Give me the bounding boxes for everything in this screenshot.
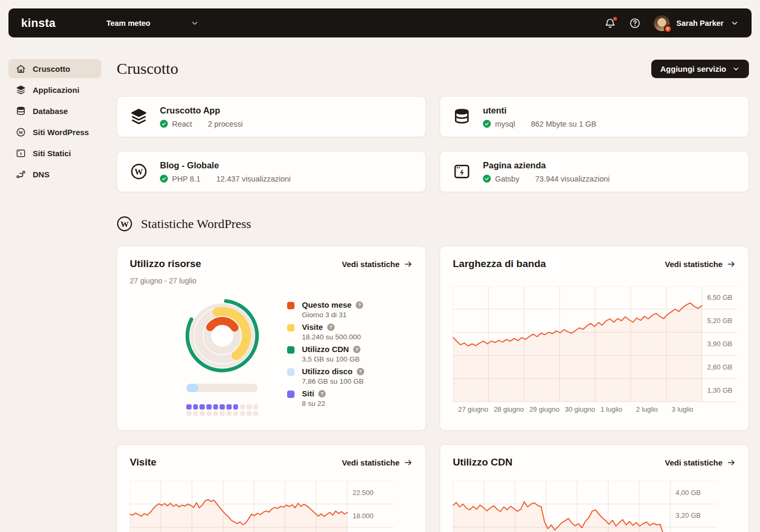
site-dot-filled <box>213 404 218 410</box>
svg-text:30 giugno: 30 giugno <box>565 405 595 413</box>
help-icon[interactable]: ? <box>356 301 363 309</box>
site-dot-filled <box>193 404 198 410</box>
svg-text:1 luglio: 1 luglio <box>601 405 622 413</box>
site-dot-empty <box>253 411 259 416</box>
sidebar-item-database[interactable]: Database <box>8 101 101 120</box>
bandwidth-chart: 6,50 GB5,20 GB3,90 GB2,60 GB1,30 GB27 gi… <box>453 286 739 416</box>
service-status: Gatsby <box>495 175 519 183</box>
view-stats-label: Vedi statistiche <box>342 260 400 269</box>
section-title: Statistiche WordPress <box>141 217 251 231</box>
view-stats-link[interactable]: Vedi statistiche <box>665 260 736 269</box>
dns-icon <box>16 169 26 179</box>
site-dot-empty <box>246 411 252 416</box>
service-detail: 12.437 visualizzazioni <box>216 175 291 183</box>
service-title: Pagina azienda <box>483 160 610 170</box>
database-icon <box>16 106 26 116</box>
svg-text:W: W <box>18 129 23 135</box>
sidebar-item-cruscotto[interactable]: Cruscotto <box>8 59 101 78</box>
legend-value: Giorno 3 di 31 <box>302 311 363 319</box>
svg-text:1,30 GB: 1,30 GB <box>707 386 733 394</box>
view-stats-link[interactable]: Vedi statistiche <box>342 458 413 467</box>
lightning-icon <box>666 27 670 31</box>
site-dot-empty <box>193 411 198 416</box>
service-card-blog-globale[interactable]: W Blog - Globale PHP 8.1 12.437 visualiz… <box>117 151 426 192</box>
help-icon[interactable]: ? <box>357 368 364 375</box>
home-icon <box>16 64 26 74</box>
sidebar-item-applicazioni[interactable]: Applicazioni <box>8 80 101 99</box>
team-selector-label: Team meteo <box>106 19 150 27</box>
page-header: Cruscotto Aggiungi servizio <box>117 58 749 79</box>
sidebar-item-label: DNS <box>33 170 50 179</box>
sidebar-item-siti-statici[interactable]: Siti Statici <box>8 144 101 163</box>
main-content: Cruscotto Aggiungi servizio Cruscotto Ap… <box>117 51 749 532</box>
notifications-button[interactable] <box>604 17 616 29</box>
legend-label: Visite <box>302 322 323 331</box>
static-site-icon <box>453 163 471 180</box>
service-detail: 862 Mbyte su 1 GB <box>531 120 596 128</box>
wordpress-icon: W <box>117 216 132 232</box>
page-title: Cruscotto <box>117 60 178 78</box>
legend-swatch <box>287 302 294 309</box>
svg-text:27 giugno: 27 giugno <box>458 405 488 413</box>
service-card-pagina-azienda[interactable]: Pagina azienda Gatsby 73.944 visualizzaz… <box>440 151 749 192</box>
service-meta: mysql 862 Mbyte su 1 GB <box>483 120 596 128</box>
wordpress-stats-header: W Statistiche WordPress <box>117 215 749 232</box>
user-menu[interactable]: Sarah Parker <box>654 15 739 31</box>
nav-actions: Sarah Parker <box>604 15 739 31</box>
help-button[interactable] <box>629 17 641 29</box>
site-dot-empty <box>220 411 225 416</box>
add-service-button[interactable]: Aggiungi servizio <box>651 60 749 78</box>
site-dot-empty <box>246 404 252 410</box>
help-icon[interactable]: ? <box>318 390 326 397</box>
sidebar-item-dns[interactable]: DNS <box>8 165 101 184</box>
avatar-lightning-badge <box>664 25 672 33</box>
sidebar-item-label: Database <box>33 107 68 116</box>
legend-value: 8 su 22 <box>302 400 326 407</box>
svg-text:3,20 GB: 3,20 GB <box>676 511 701 519</box>
site-dot-empty <box>233 411 239 416</box>
site-dot-empty <box>206 411 212 416</box>
legend-label: Questo mese <box>302 300 352 309</box>
database-icon <box>453 108 471 126</box>
card-title: Utilizzo CDN <box>453 457 512 468</box>
service-card-cruscotto-app[interactable]: Cruscotto App React 2 processi <box>117 96 426 137</box>
sites-dots-grid <box>186 404 260 416</box>
sidebar-item-label: Siti WordPress <box>33 128 89 137</box>
sidebar-item-siti-wordpress[interactable]: W Siti WordPress <box>8 122 101 141</box>
service-detail: 73.944 visualizzazioni <box>535 175 610 183</box>
team-selector[interactable]: Team meteo <box>106 19 199 27</box>
sidebar-item-label: Cruscotto <box>33 64 70 73</box>
card-header: Visite Vedi statistiche <box>130 457 413 468</box>
service-card-utenti[interactable]: utenti mysql 862 Mbyte su 1 GB <box>440 96 749 137</box>
svg-text:3,90 GB: 3,90 GB <box>707 340 733 348</box>
card-header: Larghezza di banda Vedi statistiche <box>453 258 736 270</box>
site-dot-empty <box>240 404 245 410</box>
site-dot-empty <box>226 411 232 416</box>
view-stats-link[interactable]: Vedi statistiche <box>342 260 413 269</box>
service-meta: Gatsby 73.944 visualizzazioni <box>483 175 610 183</box>
legend-label: Utilizzo CDN <box>302 345 349 354</box>
site-dot-empty <box>186 411 192 416</box>
help-icon[interactable]: ? <box>327 324 335 331</box>
legend-item-visite: Visite? 18.240 su 500.000 <box>287 322 364 341</box>
bandwidth-card: Larghezza di banda Vedi statistiche 6,50… <box>440 246 749 431</box>
status-check-icon <box>483 120 491 128</box>
status-check-icon <box>483 175 491 183</box>
sidebar: Cruscotto Applicazioni Database W Siti W… <box>8 59 101 184</box>
view-stats-link[interactable]: Vedi statistiche <box>665 458 736 467</box>
status-check-icon <box>160 175 168 183</box>
services-grid: Cruscotto App React 2 processi utenti my… <box>117 96 749 192</box>
add-service-label: Aggiungi servizio <box>660 64 726 73</box>
kinsta-logo[interactable]: kinsta <box>21 16 55 30</box>
legend-swatch <box>287 391 294 398</box>
site-dot-filled <box>220 404 225 410</box>
card-title: Utilizzo risorse <box>130 258 201 270</box>
service-meta: React 2 processi <box>160 120 243 128</box>
service-status: React <box>172 120 192 128</box>
wordpress-icon: W <box>16 127 26 137</box>
legend-item-utilizzo-disco: Utilizzo disco? 7,86 GB su 100 GB <box>287 367 364 385</box>
svg-text:22.500: 22.500 <box>353 489 374 497</box>
layers-icon <box>130 108 148 126</box>
service-status: mysql <box>495 120 515 128</box>
help-icon[interactable]: ? <box>353 346 360 353</box>
